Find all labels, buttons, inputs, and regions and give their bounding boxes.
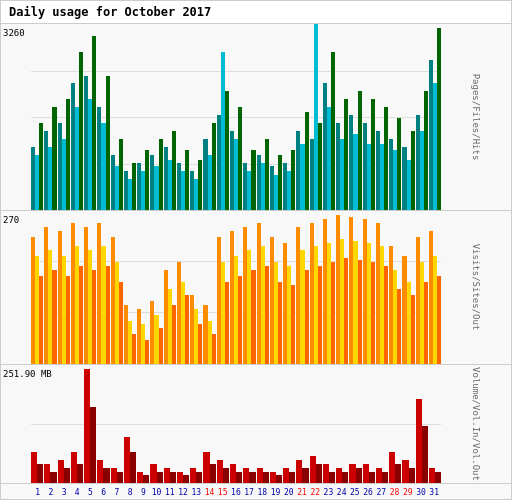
bar-group-day-27 bbox=[376, 369, 388, 483]
x-day-label-29[interactable]: 29 bbox=[401, 488, 414, 497]
bar bbox=[119, 139, 123, 210]
chart-panel-2: 270 Visits/Sites/Out bbox=[1, 210, 511, 363]
bar bbox=[92, 36, 96, 210]
bar bbox=[384, 107, 388, 210]
x-day-label-18[interactable]: 18 bbox=[256, 488, 269, 497]
bar-group-day-13 bbox=[190, 215, 202, 363]
bar-group-day-1 bbox=[31, 28, 43, 210]
bar-group-day-11 bbox=[164, 215, 176, 363]
x-day-label-16[interactable]: 16 bbox=[229, 488, 242, 497]
bar bbox=[409, 468, 415, 483]
x-day-label-1[interactable]: 1 bbox=[31, 488, 44, 497]
bar-group-day-20 bbox=[283, 369, 295, 483]
x-day-label-5[interactable]: 5 bbox=[84, 488, 97, 497]
bar-group-day-12 bbox=[177, 28, 189, 210]
bar bbox=[223, 468, 229, 483]
chart-container: Daily usage for October 2017 3260 Pages/… bbox=[0, 0, 512, 500]
x-day-label-20[interactable]: 20 bbox=[282, 488, 295, 497]
bar-group-day-9 bbox=[137, 369, 149, 483]
x-day-label-23[interactable]: 23 bbox=[322, 488, 335, 497]
x-day-label-7[interactable]: 7 bbox=[110, 488, 123, 497]
bar bbox=[143, 475, 149, 483]
bar bbox=[305, 112, 309, 210]
bar bbox=[183, 475, 189, 483]
bar-group-day-23 bbox=[323, 215, 335, 363]
bar bbox=[331, 262, 335, 363]
bar-group-day-19 bbox=[270, 28, 282, 210]
bar bbox=[106, 76, 110, 211]
chart-title: Daily usage for October 2017 bbox=[1, 1, 511, 23]
x-day-label-24[interactable]: 24 bbox=[335, 488, 348, 497]
x-day-label-3[interactable]: 3 bbox=[57, 488, 70, 497]
x-day-label-27[interactable]: 27 bbox=[375, 488, 388, 497]
x-day-label-9[interactable]: 9 bbox=[137, 488, 150, 497]
bar bbox=[52, 107, 56, 210]
bar bbox=[210, 464, 216, 483]
bar-group-day-30 bbox=[416, 28, 428, 210]
bar-group-day-17 bbox=[243, 28, 255, 210]
bar bbox=[382, 472, 388, 483]
bar bbox=[397, 118, 401, 210]
x-day-label-31[interactable]: 31 bbox=[428, 488, 441, 497]
x-day-label-25[interactable]: 25 bbox=[348, 488, 361, 497]
bar-group-day-20 bbox=[283, 28, 295, 210]
bar-group-day-5 bbox=[84, 369, 96, 483]
bar-group-day-21 bbox=[296, 28, 308, 210]
chart1-bars bbox=[31, 28, 441, 210]
x-day-label-26[interactable]: 26 bbox=[361, 488, 374, 497]
bar bbox=[302, 468, 308, 483]
bar-group-day-27 bbox=[376, 215, 388, 363]
bar bbox=[369, 472, 375, 483]
bar-group-day-3 bbox=[58, 369, 70, 483]
bar bbox=[358, 260, 362, 363]
bar-group-day-1 bbox=[31, 369, 43, 483]
bar bbox=[344, 258, 348, 363]
bar-group-day-2 bbox=[44, 369, 56, 483]
x-day-label-15[interactable]: 15 bbox=[216, 488, 229, 497]
x-day-label-17[interactable]: 17 bbox=[243, 488, 256, 497]
x-day-label-11[interactable]: 11 bbox=[163, 488, 176, 497]
x-axis: 1234567891011121314151617181920212223242… bbox=[31, 486, 441, 497]
x-day-label-12[interactable]: 12 bbox=[176, 488, 189, 497]
bar bbox=[145, 340, 149, 363]
x-day-label-10[interactable]: 10 bbox=[150, 488, 163, 497]
bar bbox=[422, 426, 428, 483]
x-day-label-30[interactable]: 30 bbox=[414, 488, 427, 497]
bar-group-day-13 bbox=[190, 28, 202, 210]
bar-group-day-13 bbox=[190, 369, 202, 483]
x-day-label-22[interactable]: 22 bbox=[309, 488, 322, 497]
x-day-label-28[interactable]: 28 bbox=[388, 488, 401, 497]
bar bbox=[278, 155, 282, 210]
bar-group-day-6 bbox=[97, 215, 109, 363]
x-day-label-2[interactable]: 2 bbox=[44, 488, 57, 497]
bar-group-day-29 bbox=[402, 369, 414, 483]
x-day-label-14[interactable]: 14 bbox=[203, 488, 216, 497]
bar-group-day-21 bbox=[296, 215, 308, 363]
bar-group-day-7 bbox=[111, 215, 123, 363]
x-day-label-21[interactable]: 21 bbox=[295, 488, 308, 497]
bar-group-day-25 bbox=[349, 28, 361, 210]
x-day-label-19[interactable]: 19 bbox=[269, 488, 282, 497]
bar-group-day-15 bbox=[217, 28, 229, 210]
bar-group-day-22 bbox=[310, 369, 322, 483]
bar bbox=[132, 334, 136, 363]
bar-group-day-14 bbox=[203, 28, 215, 210]
x-day-label-13[interactable]: 13 bbox=[190, 488, 203, 497]
bar-group-day-5 bbox=[84, 215, 96, 363]
x-day-label-6[interactable]: 6 bbox=[97, 488, 110, 497]
bar-group-day-22 bbox=[310, 28, 322, 210]
bar-group-day-25 bbox=[349, 369, 361, 483]
x-day-label-4[interactable]: 4 bbox=[71, 488, 84, 497]
bar bbox=[132, 163, 136, 211]
bar-group-day-24 bbox=[336, 28, 348, 210]
bar bbox=[159, 139, 163, 210]
bar-group-day-18 bbox=[257, 28, 269, 210]
bar bbox=[342, 472, 348, 483]
bar-group-day-6 bbox=[97, 369, 109, 483]
y-right-label-2: Visits/Sites/Out bbox=[441, 211, 511, 363]
x-day-label-8[interactable]: 8 bbox=[124, 488, 137, 497]
bar bbox=[411, 295, 415, 363]
bar-group-day-18 bbox=[257, 369, 269, 483]
bar-group-day-28 bbox=[389, 369, 401, 483]
y-right-label-3: Volume/Vol.In/Vol.Out bbox=[441, 365, 511, 483]
